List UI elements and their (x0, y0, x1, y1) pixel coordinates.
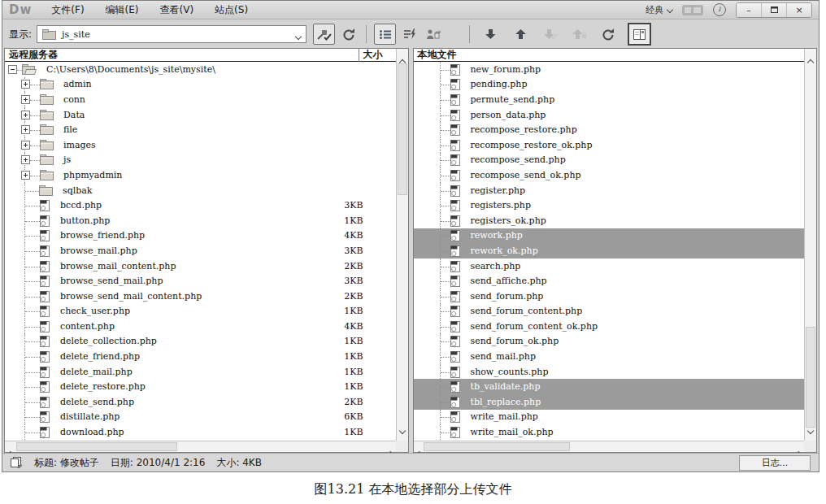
tree-row[interactable]: recompose_restore_ok.php (414, 137, 805, 153)
close-button[interactable]: × (786, 3, 811, 17)
log-button[interactable]: 日志... (739, 455, 811, 471)
collapse-expander-icon[interactable] (8, 65, 17, 74)
tree-row[interactable]: send_forum_content.php (414, 304, 805, 319)
tree-row[interactable]: person_data.php (414, 107, 805, 123)
local-panel-title: 本地文件 (418, 48, 457, 62)
tree-row[interactable]: delete_collection.php1KB (5, 334, 396, 350)
tree-row[interactable]: registers.php (414, 198, 805, 213)
expand-expander-icon[interactable] (21, 141, 30, 150)
tree-row[interactable]: delete_restore.php1KB (5, 379, 396, 394)
tree-row[interactable]: browse_friend.php4KB (5, 228, 396, 244)
tree-row[interactable]: js (5, 153, 396, 168)
cs-live-icon[interactable] (682, 5, 703, 15)
tree-row[interactable]: write_mail_ok.php (414, 424, 805, 440)
expand-expander-icon[interactable] (21, 111, 30, 119)
tree-row[interactable]: browse_mail.php3KB (5, 243, 396, 259)
synchronize-button[interactable] (598, 24, 618, 44)
tree-row[interactable]: button.php1KB (5, 213, 396, 228)
testing-server-view-button[interactable] (399, 24, 420, 44)
maximize-button[interactable] (761, 3, 786, 17)
check-out-button[interactable] (541, 24, 561, 44)
local-vertical-scrollbar[interactable] (804, 49, 816, 441)
scrollbar-thumb[interactable] (398, 63, 407, 195)
expand-expander-icon[interactable] (21, 95, 30, 104)
tree-row[interactable]: browse_send_mail_content.php2KB (5, 289, 396, 304)
tree-row[interactable]: phpmyadmin (5, 167, 396, 183)
get-files-button[interactable] (480, 24, 501, 44)
put-files-button[interactable] (511, 24, 531, 44)
menu-view[interactable]: 查看(V) (160, 3, 194, 17)
scrollbar-thumb[interactable] (16, 442, 177, 451)
tree-row[interactable]: rework.php (414, 228, 805, 244)
tree-row[interactable]: send_forum_ok.php (414, 334, 805, 350)
expand-expander-icon[interactable] (21, 125, 30, 134)
scroll-up-icon[interactable] (807, 59, 814, 66)
connect-button[interactable] (313, 24, 335, 45)
expand-expander-icon[interactable] (21, 155, 30, 164)
tree-row[interactable]: tbl_replace.php (414, 394, 805, 410)
tree-row[interactable]: registers_ok.php (414, 213, 805, 228)
tree-row[interactable]: browse_send_mail.php3KB (5, 273, 396, 289)
tree-row[interactable]: sqlbak (5, 183, 396, 198)
php-file-icon (40, 426, 50, 438)
tree-row[interactable]: recompose_send_ok.php (414, 167, 805, 183)
scrollbar-thumb[interactable] (424, 442, 570, 451)
tree-row[interactable]: show_counts.php (414, 364, 805, 380)
tree-row[interactable]: search.php (414, 259, 805, 274)
menu-site[interactable]: 站点(S) (215, 3, 248, 17)
tree-row[interactable]: conn (5, 92, 396, 107)
tree-row[interactable]: register.php (414, 183, 805, 198)
tree-row[interactable]: send_mail.php (414, 349, 805, 364)
tree-row[interactable]: recompose_restore.php (414, 122, 805, 137)
site-files-view-icon (379, 29, 392, 40)
expand-collapse-button[interactable] (628, 23, 651, 46)
tree-row[interactable]: send_affiche.php (414, 273, 805, 289)
tree-row[interactable]: Data (5, 107, 396, 123)
tree-row[interactable]: browse_mail_content.php2KB (5, 259, 396, 274)
site-select-combo[interactable]: js_site (37, 25, 306, 43)
tree-row[interactable]: recompose_send.php (414, 153, 805, 168)
workspace-switcher[interactable]: 经典 (646, 4, 672, 16)
tree-row[interactable]: admin (5, 77, 396, 93)
repository-view-button[interactable] (423, 24, 443, 44)
tree-row[interactable]: delete_mail.php1KB (5, 364, 396, 380)
remote-horizontal-scrollbar[interactable] (5, 441, 396, 452)
tree-row[interactable]: download.php1KB (5, 424, 396, 440)
tree-row[interactable]: send_forum_content_ok.php (414, 319, 805, 334)
local-horizontal-scrollbar[interactable] (414, 441, 805, 452)
tree-row[interactable]: images (5, 137, 396, 153)
tree-row[interactable]: delete_send.php2KB (5, 394, 396, 410)
tree-row[interactable]: permute_send.php (414, 92, 805, 107)
tree-row[interactable]: tb_validate.php (414, 379, 805, 394)
check-in-button[interactable] (569, 24, 589, 44)
row-label: person_data.php (471, 110, 546, 120)
site-files-view-button[interactable] (374, 24, 396, 45)
log-report-icon[interactable] (11, 457, 23, 468)
minimize-button[interactable]: – (737, 3, 761, 17)
tree-row[interactable]: bccd.php3KB (5, 198, 396, 213)
scrollbar-thumb[interactable] (806, 327, 815, 428)
tree-row[interactable]: C:\Users\8\Documents\js_site\mysite\ (5, 62, 396, 77)
tree-row[interactable]: send_forum.php (414, 289, 805, 304)
check-in-icon (572, 28, 586, 40)
remote-vertical-scrollbar[interactable] (396, 49, 408, 441)
tree-row[interactable]: new_forum.php (414, 62, 805, 77)
repository-view-icon (426, 28, 441, 40)
refresh-button[interactable] (338, 24, 359, 44)
menu-file[interactable]: 文件(F) (51, 3, 84, 17)
tree-row[interactable]: file (5, 122, 396, 137)
tree-row[interactable]: content.php4KB (5, 319, 396, 334)
tree-row[interactable]: check_user.php1KB (5, 304, 396, 319)
tree-row[interactable]: delete_friend.php1KB (5, 349, 396, 364)
scroll-down-icon[interactable] (807, 428, 814, 434)
tree-row[interactable]: distillate.php6KB (5, 410, 396, 425)
menu-edit[interactable]: 编辑(E) (106, 3, 139, 17)
expand-expander-icon[interactable] (21, 171, 30, 180)
expand-expander-icon[interactable] (21, 80, 30, 89)
tree-row[interactable]: rework_ok.php (414, 243, 805, 259)
scroll-down-icon[interactable] (398, 428, 405, 434)
size-column-header[interactable]: 大小 (359, 48, 396, 62)
tree-row[interactable]: write_mail.php (414, 410, 805, 425)
tree-row[interactable]: pending.php (414, 77, 805, 93)
help-info-icon[interactable]: i (713, 3, 726, 16)
